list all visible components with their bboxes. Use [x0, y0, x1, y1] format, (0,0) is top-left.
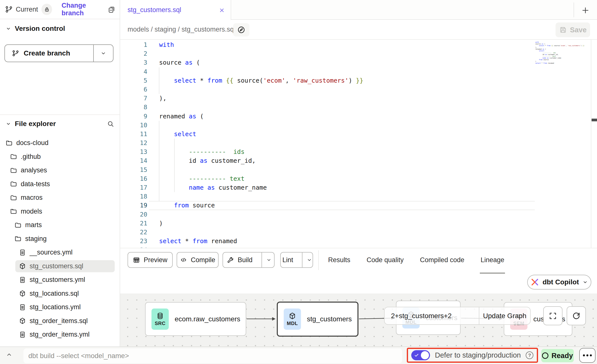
code-text: ---------- text [159, 174, 244, 183]
tree-item-models[interactable]: models [0, 205, 120, 218]
tree-item-stg-locations-sql[interactable]: stg_locations.sql [0, 287, 120, 301]
code-line-9[interactable]: 9renamed as ( [120, 112, 597, 121]
code-line-22[interactable]: 22 [120, 228, 597, 237]
build-dropdown[interactable] [261, 253, 276, 267]
code-line-21[interactable]: 21) [120, 219, 597, 228]
panel-tab-code-quality[interactable]: Code quality [367, 256, 404, 264]
save-button[interactable]: Save [556, 22, 590, 37]
command-input[interactable] [23, 348, 402, 363]
folder-icon [14, 221, 22, 229]
lint-dropdown[interactable] [302, 253, 316, 267]
lineage-node-ecom-raw-customers[interactable]: SRCecom.raw_customers [145, 302, 246, 336]
code-line-15[interactable]: 15 [120, 165, 597, 174]
folder-open-icon [5, 139, 13, 147]
new-tab-button[interactable] [579, 4, 591, 16]
create-branch-button[interactable]: Create branch [4, 44, 113, 62]
code-line-5[interactable]: 5 select * from {{ source('ecom', 'raw_c… [120, 76, 597, 85]
defer-toggle[interactable] [411, 350, 430, 360]
minimap-line: from source [535, 59, 591, 60]
code-line-1[interactable]: 1with [120, 40, 597, 49]
tree-item-stg-order-items-sql[interactable]: stg_order_items.sql [0, 314, 120, 328]
close-icon[interactable]: × [219, 6, 224, 14]
tree-item--github[interactable]: .github [0, 150, 120, 164]
tree-item-analyses[interactable]: analyses [0, 164, 120, 177]
tree-item-data-tests[interactable]: data-tests [0, 177, 120, 191]
lineage-selector-input[interactable] [385, 307, 479, 324]
update-graph-button[interactable]: Update Graph [479, 307, 530, 324]
fullscreen-button[interactable] [543, 306, 562, 325]
search-icon[interactable] [107, 120, 114, 127]
build-button[interactable]: Build [223, 252, 275, 268]
code-line-17[interactable]: 17 name as customer_name [120, 183, 597, 192]
toggle-knob [421, 351, 429, 359]
scrollbar-handle[interactable] [592, 119, 597, 121]
change-branch-link[interactable]: Change branch [61, 2, 107, 17]
code-line-20[interactable]: 20 [120, 210, 597, 219]
bottom-panel-header: Preview Compile Build Lint ResultsCode q… [120, 248, 597, 293]
code-line-23[interactable]: 23select * from renamed [120, 237, 597, 246]
tree-item-stg-customers-yml[interactable]: stg_customers.yml [0, 273, 120, 287]
lint-main[interactable]: Lint [277, 253, 299, 267]
lineage-canvas[interactable]: SRCecom.raw_customersMDLstg_customersMDL… [120, 293, 597, 346]
code-line-3[interactable]: 3source as ( [120, 58, 597, 67]
tree-item-docs-cloud[interactable]: docs-cloud [0, 136, 120, 150]
tree-item-staging[interactable]: staging [0, 232, 120, 246]
code-line-7[interactable]: 7), [120, 94, 597, 103]
defer-annotation-box: Defer to staging/production ? [407, 348, 538, 363]
dbt-copilot-button[interactable]: dbt Copilot [527, 275, 591, 290]
tree-item-label: docs-cloud [16, 139, 49, 147]
copy-icon[interactable] [107, 5, 116, 14]
ide-actions-button[interactable] [233, 23, 249, 36]
file-explorer-header[interactable]: File explorer [5, 120, 114, 128]
code-line-19[interactable]: 19 from source [120, 201, 597, 210]
tree-item--sources-yml[interactable]: __sources.yml [0, 246, 120, 259]
more-options-button[interactable] [579, 348, 596, 363]
tree-item-label: stg_order_items.sql [30, 317, 88, 325]
code-line-13[interactable]: 13 ---------- ids [120, 147, 597, 156]
panel-tab-lineage[interactable]: Lineage [481, 256, 504, 264]
code-line-10[interactable]: 10 [120, 121, 597, 130]
minimap-line: ---------- text [535, 55, 591, 57]
line-number: 11 [120, 130, 147, 139]
tree-item-macros[interactable]: macros [0, 191, 120, 205]
tree-item-stg-customers-sql[interactable]: stg_customers.sql [0, 259, 120, 273]
create-branch-dropdown[interactable] [94, 45, 113, 62]
build-main[interactable]: Build [221, 253, 258, 267]
code-line-24[interactable]: 24 [120, 246, 597, 248]
line-number: 5 [120, 76, 147, 85]
minimap-line: with [535, 41, 591, 43]
git-branch-icon [12, 50, 19, 57]
chevron-up-icon[interactable] [5, 351, 13, 358]
code-line-6[interactable]: 6 [120, 85, 597, 94]
code-line-16[interactable]: 16 ---------- text [120, 174, 597, 183]
code-line-2[interactable]: 2 [120, 49, 597, 58]
code-editor[interactable]: 1with23source as (45 select * from {{ so… [120, 40, 597, 248]
folder-icon [10, 167, 17, 174]
code-line-18[interactable]: 18 [120, 192, 597, 201]
tab-stg-customers-sql[interactable]: stg_customers.sql × [120, 0, 231, 20]
panel-tab-results[interactable]: Results [328, 256, 350, 264]
code-line-12[interactable]: 12 [120, 139, 597, 147]
code-line-8[interactable]: 8 [120, 103, 597, 112]
version-control-header[interactable]: Version control [5, 25, 65, 33]
lineage-node-stg-customers[interactable]: MDLstg_customers [277, 302, 358, 337]
compile-button[interactable]: Compile [177, 252, 219, 268]
tree-item-stg-order-items-yml[interactable]: stg_order_items.yml [0, 328, 120, 342]
help-icon[interactable]: ? [526, 351, 533, 359]
create-branch-main[interactable]: Create branch [5, 45, 94, 62]
lint-button[interactable]: Lint [280, 252, 313, 268]
code-line-14[interactable]: 14 id as customer_id, [120, 156, 597, 165]
ready-label: Ready [551, 352, 573, 360]
code-line-11[interactable]: 11 select [120, 130, 597, 139]
editor-minimap[interactable]: withsource as ( select * from {{ source(… [535, 41, 591, 64]
refresh-button[interactable] [567, 306, 586, 325]
panel-tab-compiled-code[interactable]: Compiled code [420, 256, 464, 264]
code-line-4[interactable]: 4 [120, 67, 597, 76]
branch-lock-badge [41, 4, 52, 15]
line-number: 3 [120, 58, 147, 67]
minimap-line: select [535, 50, 591, 52]
tree-item-marts[interactable]: marts [0, 218, 120, 232]
preview-button[interactable]: Preview [128, 252, 173, 268]
tree-item-stg-locations-yml[interactable]: stg_locations.yml [0, 300, 120, 314]
line-number: 13 [120, 147, 147, 156]
